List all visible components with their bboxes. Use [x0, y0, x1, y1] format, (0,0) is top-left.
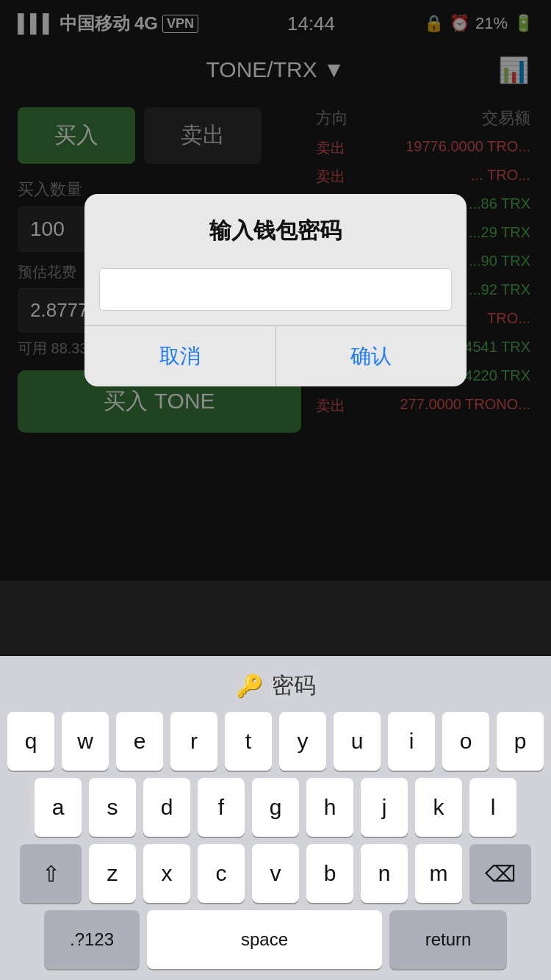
dialog-input-wrap	[84, 261, 467, 325]
space-key[interactable]: space	[147, 910, 382, 969]
key-v[interactable]: v	[252, 844, 299, 903]
password-dialog: 输入钱包密码 取消 确认	[84, 194, 467, 386]
key-b[interactable]: b	[306, 844, 353, 903]
key-h[interactable]: h	[306, 778, 353, 837]
key-l[interactable]: l	[469, 778, 516, 837]
cancel-button[interactable]: 取消	[84, 326, 276, 386]
dialog-title: 输入钱包密码	[84, 194, 467, 261]
keyboard-area: 🔑 密码 q w e r t y u i o p a s d f g h j k…	[0, 656, 551, 980]
key-a[interactable]: a	[35, 778, 82, 837]
keyboard-row-4: .?123 space return	[0, 907, 551, 973]
password-input[interactable]	[99, 268, 452, 311]
return-key[interactable]: return	[389, 910, 507, 969]
key-m[interactable]: m	[415, 844, 462, 903]
delete-key[interactable]: ⌫	[469, 844, 531, 903]
key-e[interactable]: e	[116, 712, 163, 771]
key-u[interactable]: u	[334, 712, 381, 771]
dialog-buttons: 取消 确认	[84, 325, 467, 386]
key-x[interactable]: x	[143, 844, 190, 903]
key-s[interactable]: s	[89, 778, 136, 837]
key-t[interactable]: t	[225, 712, 272, 771]
confirm-button[interactable]: 确认	[276, 326, 467, 386]
key-i[interactable]: i	[388, 712, 435, 771]
keyboard-row-1: q w e r t y u i o p	[0, 708, 551, 774]
key-c[interactable]: c	[198, 844, 245, 903]
key-p[interactable]: p	[497, 712, 544, 771]
shift-key[interactable]: ⇧	[20, 844, 82, 903]
key-q[interactable]: q	[7, 712, 54, 771]
key-j[interactable]: j	[361, 778, 408, 837]
key-r[interactable]: r	[170, 712, 217, 771]
key-y[interactable]: y	[279, 712, 326, 771]
dialog-overlay: 输入钱包密码 取消 确认	[0, 0, 551, 580]
key-z[interactable]: z	[89, 844, 136, 903]
key-icon: 🔑	[236, 673, 263, 699]
key-n[interactable]: n	[361, 844, 408, 903]
key-o[interactable]: o	[442, 712, 489, 771]
key-d[interactable]: d	[143, 778, 190, 837]
key-k[interactable]: k	[415, 778, 462, 837]
hint-label: 密码	[272, 671, 316, 701]
keyboard-hint: 🔑 密码	[0, 656, 551, 708]
symbols-key[interactable]: .?123	[44, 910, 140, 969]
key-g[interactable]: g	[252, 778, 299, 837]
keyboard-row-3: ⇧ z x c v b n m ⌫	[0, 840, 551, 907]
key-f[interactable]: f	[198, 778, 245, 837]
keyboard-row-2: a s d f g h j k l	[0, 774, 551, 840]
key-w[interactable]: w	[62, 712, 109, 771]
